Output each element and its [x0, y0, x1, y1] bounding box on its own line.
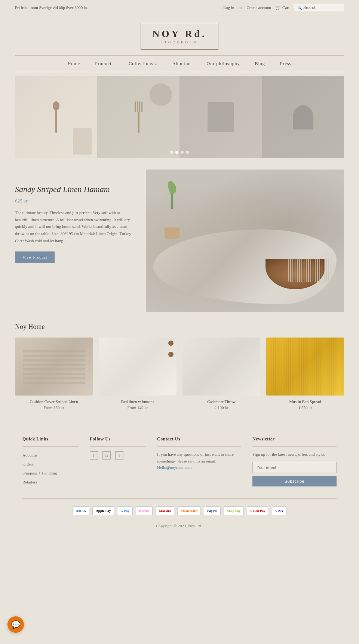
dot-1[interactable]: [170, 151, 173, 154]
newsletter-email-input[interactable]: [252, 462, 337, 473]
payment-shopify: Shop Pay: [224, 506, 244, 515]
separator: or: [239, 5, 242, 10]
nav-about[interactable]: About us: [172, 61, 192, 67]
nav-products[interactable]: Products: [95, 61, 114, 67]
main-nav: Home Products Collections ↓ About us Our…: [0, 56, 359, 72]
contact-title: Contact Us: [157, 436, 241, 442]
carousel-panel-4: [262, 76, 344, 158]
footer-contact: Contact Us If you have any questions or …: [157, 436, 241, 487]
featured-text: Sandy Striped Linen Hamam 625 kr The ult…: [15, 170, 135, 263]
payment-visa: VISA: [272, 506, 287, 515]
cashmere-image-placeholder: [182, 338, 260, 396]
link-orders[interactable]: Orders: [22, 462, 34, 466]
facebook-icon[interactable]: f: [90, 451, 98, 460]
plant-decoration: [161, 181, 183, 211]
link-about[interactable]: About us: [22, 453, 37, 457]
product-image-cashmere: [182, 338, 260, 396]
subscribe-button[interactable]: Subscribe: [252, 476, 337, 486]
top-bar: Fri frakt inom Sverige vid köp över 3000…: [0, 0, 359, 15]
footer: Quick Links About us Orders Shipping + H…: [0, 425, 359, 547]
product-card-cashmere[interactable]: Cashmere Throw 2 100 kr: [182, 338, 260, 410]
product-name-cashmere: Cashmere Throw: [182, 399, 260, 404]
noy-home-section: Noy Home Cushion Cover Striped Linen Fro…: [15, 323, 344, 410]
product-name-muslin: Muslin Bed Spread: [266, 399, 344, 404]
create-account-link[interactable]: Create account: [246, 5, 271, 10]
featured-image: [146, 170, 344, 312]
contact-text: If you have any questions or just want t…: [157, 451, 241, 471]
link-shipping[interactable]: Shipping + Handling: [22, 471, 57, 475]
cart-icon: 🛒: [276, 5, 281, 10]
footer-grid: Quick Links About us Orders Shipping + H…: [22, 436, 337, 487]
cart-link[interactable]: 🛒 Cart: [276, 5, 289, 10]
product-price-muslin: 1 550 kr: [266, 405, 344, 410]
muslin-image-placeholder: [266, 338, 344, 396]
product-price-cashmere: 2 100 kr: [182, 405, 260, 410]
social-links: f □ i: [90, 451, 146, 460]
newsletter-title: Newsletter: [252, 436, 337, 442]
contact-email-link[interactable]: Hello@noyroad.com: [157, 465, 191, 470]
cushion-image-placeholder: [15, 338, 93, 396]
carousel-panel-2: [97, 76, 180, 158]
nav-blog[interactable]: Blog: [255, 61, 265, 67]
payment-union-pay: Union Pay: [247, 506, 269, 515]
bed-linen-image-placeholder: [99, 338, 177, 396]
nav-philosophy[interactable]: Our philosophy: [206, 61, 240, 67]
payment-amex: AMEX: [73, 506, 90, 515]
follow-us-title: Follow Us: [90, 436, 146, 442]
product-price-bed-linen: From 149 kr: [99, 405, 177, 410]
quick-links-divider: [22, 446, 79, 447]
product-card-bed-linen[interactable]: Bed linen w buttons From 149 kr: [99, 338, 177, 410]
brand-location: STOCKHOLM: [152, 40, 206, 44]
brand-name: NOY Rd.: [152, 28, 206, 40]
newsletter-divider: [252, 446, 337, 447]
payment-maestro: Maestro: [156, 506, 174, 515]
nav-collections[interactable]: Collections ↓: [129, 61, 157, 67]
nav-press[interactable]: Press: [280, 61, 291, 67]
quick-links-title: Quick Links: [22, 436, 79, 442]
instagram-icon-2[interactable]: i: [115, 451, 123, 460]
payment-apple-pay: Apple Pay: [92, 506, 114, 515]
product-name-bed-linen: Bed linen w buttons: [99, 399, 177, 404]
carousel-panel-3: [180, 76, 262, 158]
payment-paypal: PayPal: [204, 506, 221, 515]
footer-follow-us: Follow Us f □ i: [90, 436, 146, 487]
newsletter-description: Sign up for the latest news, offers and …: [252, 451, 337, 458]
footer-newsletter: Newsletter Sign up for the latest news, …: [252, 436, 337, 487]
login-link[interactable]: Log in: [223, 5, 234, 10]
product-card-muslin[interactable]: Muslin Bed Spread 1 550 kr: [266, 338, 344, 410]
featured-title: Sandy Striped Linen Hamam: [15, 184, 135, 194]
noy-home-title: Noy Home: [15, 323, 344, 331]
featured-description: The ultimate beauty. Timeless and just p…: [15, 209, 135, 244]
payment-klarna: Klarna: [136, 506, 153, 515]
free-shipping-text: Fri frakt inom Sverige vid köp över 3000…: [15, 5, 88, 10]
nav-home[interactable]: Home: [68, 61, 80, 67]
spoon-decoration: [53, 101, 59, 133]
search-input[interactable]: [303, 5, 341, 10]
carousel-dots: [170, 151, 189, 154]
payment-mastercard: Mastercard: [177, 506, 201, 515]
contact-divider: [157, 446, 241, 447]
product-price-cushion: From 350 kr: [15, 405, 93, 410]
featured-price: 625 kr: [15, 198, 135, 204]
link-retailers[interactable]: Retailers: [22, 480, 37, 484]
payment-google: G Pay: [117, 506, 133, 515]
product-image-cushion: [15, 338, 93, 396]
carousel-images: [15, 76, 344, 158]
view-product-button[interactable]: View Product: [15, 251, 55, 263]
product-name-cushion: Cushion Cover Striped Linen: [15, 399, 93, 404]
copyright: Copyright © 2023, Noy Rd..: [22, 519, 337, 535]
nav-divider: [15, 72, 344, 72]
dot-2[interactable]: [175, 151, 178, 154]
dot-4[interactable]: [186, 151, 189, 154]
hero-carousel: [15, 76, 344, 158]
footer-quick-links: Quick Links About us Orders Shipping + H…: [22, 436, 79, 487]
product-card-cushion[interactable]: Cushion Cover Striped Linen From 350 kr: [15, 338, 93, 410]
logo-section: NOY Rd. STOCKHOLM: [0, 15, 359, 55]
quick-links-list: About us Orders Shipping + Handling Reta…: [22, 451, 79, 485]
dot-3[interactable]: [181, 151, 184, 154]
cart-label: Cart: [282, 5, 289, 10]
products-grid: Cushion Cover Striped Linen From 350 kr …: [15, 338, 344, 410]
follow-us-divider: [90, 446, 146, 447]
logo-box[interactable]: NOY Rd. STOCKHOLM: [141, 23, 218, 50]
instagram-icon-1[interactable]: □: [102, 451, 111, 460]
